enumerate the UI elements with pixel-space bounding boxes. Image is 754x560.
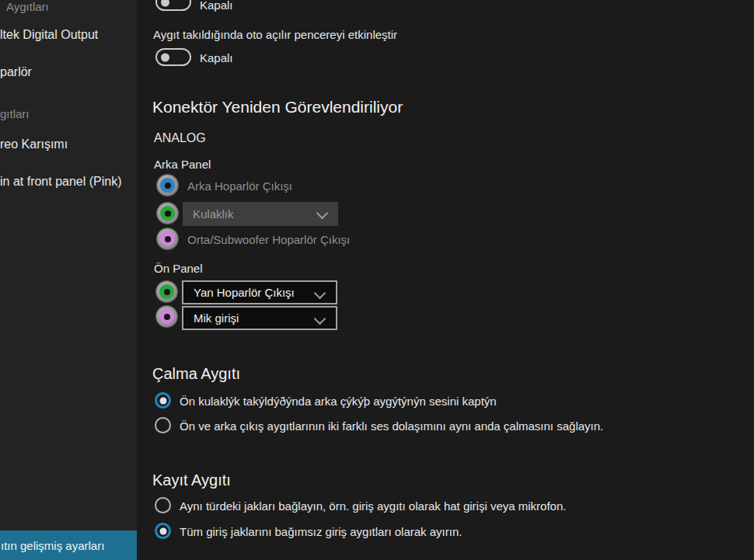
toggle-knob (161, 0, 169, 6)
connector-retasking-title: Konektör Yeniden Görevlendiriliyor (152, 98, 403, 117)
toggle-knob (161, 53, 169, 61)
rear-green-jack-select: Kulaklık (183, 202, 338, 226)
rear-panel-label: Arka Panel (154, 158, 211, 171)
recording-option-1-radio[interactable] (155, 497, 171, 513)
rear-pink-jack-icon (157, 228, 178, 249)
recording-option-2-label: Tüm giriş jaklarını bağımsız giriş aygıt… (180, 525, 462, 538)
auto-popup-toggle-switch[interactable] (155, 48, 191, 66)
top-toggle-state-label: Kapalı (200, 0, 233, 12)
front-pink-jack-select-value: Mik girişi (194, 311, 239, 325)
auto-popup-setting-label: Aygıt takıldığında oto açılır pencereyi … (153, 28, 397, 41)
rear-blue-jack-label: Arka Hoparlör Çıkışı (187, 179, 292, 193)
recording-device-title: Kayıt Aygıtı (152, 471, 231, 489)
sidebar-section-playback-devices: Aygıtları (6, 0, 49, 13)
front-pink-jack-icon (156, 306, 177, 327)
sidebar-item-digital-output[interactable]: ltek Digital Output (0, 28, 98, 42)
sidebar-section-recording-devices: gıtları (0, 107, 30, 120)
rear-green-jack-select-value: Kulaklık (193, 207, 234, 221)
device-advanced-settings-button[interactable]: ıtın gelişmiş ayarları (0, 530, 137, 560)
sidebar-item-speaker[interactable]: parlör (0, 65, 32, 79)
device-sidebar: Aygıtları ltek Digital Output parlör gıt… (0, 0, 137, 560)
recording-option-1-label: Aynı türdeki jakları bağlayın, örn. giri… (180, 499, 566, 513)
chevron-down-icon (316, 207, 329, 220)
sidebar-item-mic-front-panel[interactable]: in at front panel (Pink) (0, 175, 122, 189)
playback-option-2-label: Ön ve arka çıkış aygıtlarının iki farklı… (180, 419, 603, 433)
chevron-down-icon (314, 287, 326, 300)
device-advanced-settings-label: ıtın gelişmiş ayarları (1, 539, 104, 552)
front-panel-label: Ön Panel (154, 262, 203, 275)
analog-group-label: ANALOG (154, 131, 206, 145)
top-toggle-switch[interactable] (155, 0, 191, 11)
auto-popup-toggle-state-label: Kapalı (200, 51, 233, 64)
playback-device-title: Çalma Aygıtı (152, 365, 240, 383)
recording-option-2-radio[interactable] (155, 523, 171, 539)
rear-blue-jack-icon (157, 175, 178, 196)
rear-pink-jack-label: Orta/Subwoofer Hoparlör Çıkışı (187, 233, 350, 246)
playback-option-1-label: Ön kulaklýk takýldýðýnda arka çýkýþ aygý… (180, 395, 497, 408)
front-green-jack-icon (156, 281, 177, 302)
front-green-jack-select-value: Yan Hoparlör Çıkışı (194, 286, 295, 299)
rear-green-jack-icon (157, 203, 178, 224)
chevron-down-icon (314, 313, 326, 325)
front-pink-jack-select[interactable]: Mik girişi (182, 306, 337, 330)
playback-option-1-radio[interactable] (155, 392, 171, 409)
playback-option-2-radio[interactable] (155, 417, 171, 433)
front-green-jack-select[interactable]: Yan Hoparlör Çıkışı (182, 280, 337, 304)
sidebar-item-stereo-mix[interactable]: reo Karışımı (0, 137, 68, 151)
